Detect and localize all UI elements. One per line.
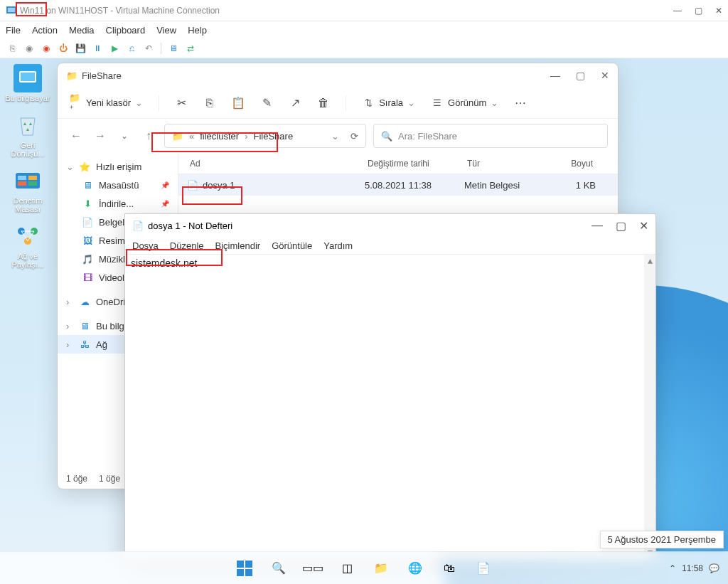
breadcrumb-segment[interactable]: filecluster — [200, 131, 239, 142]
notepad-menu-file[interactable]: Dosya — [132, 240, 159, 251]
new-folder-button[interactable]: 📁⁺ Yeni klasör ⌄ — [69, 97, 143, 110]
delete-icon[interactable]: 🗑 — [317, 97, 330, 110]
vm-revert-icon[interactable]: ↶ — [142, 42, 155, 55]
vm-maximize-button[interactable]: ▢ — [695, 6, 702, 16]
desktop-icon-this-pc[interactable]: Bu bilgisayar — [4, 64, 51, 102]
sort-button[interactable]: ⇅ Sırala ⌄ — [362, 97, 415, 110]
vm-shutdown-icon[interactable]: ⏻ — [57, 42, 70, 55]
vm-close-button[interactable]: ✕ — [715, 6, 722, 16]
vm-menu-view[interactable]: View — [156, 25, 176, 36]
share-icon[interactable]: ↗ — [289, 97, 301, 110]
scroll-up-icon[interactable]: ▴ — [644, 255, 655, 266]
explorer-address-row: ← → ⌄ ↑ 📁 « filecluster › FileShare ⌄ ⟳ … — [58, 119, 618, 153]
vm-menu-clipboard[interactable]: Clipboard — [106, 25, 146, 36]
taskbar-clock[interactable]: 11:58 — [682, 563, 703, 573]
explorer-titlebar[interactable]: 📁 FileShare — ▢ ✕ — [58, 63, 618, 87]
desktop-icon-control-panel[interactable]: Denetim Masası — [4, 166, 51, 213]
vm-menu-help[interactable]: Help — [188, 25, 207, 36]
chevron-down-icon: ⌄ — [135, 97, 143, 108]
col-type[interactable]: Tür — [464, 159, 546, 169]
svg-rect-7 — [18, 181, 26, 186]
taskbar-explorer-icon[interactable]: 📁 — [367, 556, 395, 581]
sidebar-item-quick-access[interactable]: ⌄⭐Hızlı erişim — [58, 157, 178, 176]
vm-menu-file[interactable]: File — [6, 25, 21, 36]
start-button[interactable] — [230, 556, 259, 581]
refresh-icon[interactable]: ⟳ — [350, 131, 358, 142]
notepad-menu-edit[interactable]: Düzenle — [170, 240, 204, 251]
vm-reset-icon[interactable]: ▶ — [108, 42, 121, 55]
vm-enhanced-icon[interactable]: 🖥 — [167, 42, 180, 55]
explorer-close-button[interactable]: ✕ — [601, 70, 609, 81]
nav-forward-button[interactable]: → — [92, 127, 109, 144]
taskbar-taskview-icon[interactable]: ▭▭ — [299, 556, 327, 581]
sidebar-item-desktop[interactable]: 🖥Masaüstü📌 — [58, 176, 178, 194]
notepad-scrollbar[interactable]: ▴ ▾ — [644, 255, 655, 558]
vm-menu-action[interactable]: Action — [32, 25, 58, 36]
chevron-down-icon: ⌄ — [407, 97, 415, 108]
address-bar[interactable]: 📁 « filecluster › FileShare ⌄ ⟳ — [164, 124, 366, 148]
sidebar-item-downloads[interactable]: ⬇İndirile...📌 — [58, 194, 178, 213]
vm-window-title: Win11 on WIN11HOST - Virtual Machine Con… — [20, 6, 673, 16]
taskbar-store-icon[interactable]: 🛍 — [435, 556, 464, 581]
notepad-maximize-button[interactable]: ▢ — [616, 219, 626, 233]
vm-minimize-button[interactable]: — — [673, 6, 682, 16]
vm-save-icon[interactable]: 💾 — [74, 42, 87, 55]
vm-turnoff-icon[interactable]: ◉ — [40, 42, 53, 55]
more-icon[interactable]: ⋯ — [514, 97, 527, 110]
view-button[interactable]: ☰ Görünüm ⌄ — [431, 97, 498, 110]
tray-chevron-icon[interactable]: ⌃ — [669, 563, 676, 573]
vm-start-icon[interactable]: ◉ — [23, 42, 36, 55]
notification-icon[interactable]: 💬 — [709, 563, 719, 573]
svg-rect-15 — [237, 561, 244, 568]
taskbar-search-icon[interactable]: 🔍 — [264, 556, 293, 581]
vm-checkpoint-icon[interactable]: ⎌ — [125, 42, 138, 55]
status-item-count: 1 öğe — [66, 474, 87, 484]
search-placeholder: Ara: FileShare — [398, 131, 457, 142]
explorer-minimize-button[interactable]: — — [550, 70, 560, 81]
explorer-maximize-button[interactable]: ▢ — [576, 70, 585, 81]
svg-rect-17 — [237, 569, 244, 576]
col-size[interactable]: Boyut — [546, 159, 596, 169]
desktop-icon-recycle-bin[interactable]: Geri Dönüşü... — [4, 111, 51, 158]
paste-icon[interactable]: 📋 — [232, 97, 245, 110]
file-modified: 5.08.2021 11:38 — [365, 180, 464, 191]
notepad-menu-help[interactable]: Yardım — [323, 240, 353, 251]
guest-desktop: Bu bilgisayar Geri Dönüşü... Denetim Mas… — [0, 58, 728, 584]
svg-rect-3 — [21, 73, 35, 81]
notepad-titlebar[interactable]: 📄 dosya 1 - Not Defteri — ▢ ✕ — [125, 214, 655, 237]
vm-share-icon[interactable]: ⇄ — [184, 42, 197, 55]
col-modified[interactable]: Değiştirme tarihi — [365, 159, 464, 169]
notepad-menu-format[interactable]: Biçimlendir — [215, 240, 261, 251]
vm-menu-media[interactable]: Media — [69, 25, 94, 36]
taskbar-edge-icon[interactable]: 🌐 — [401, 556, 429, 581]
notepad-close-button[interactable]: ✕ — [639, 219, 648, 233]
vm-ctrlaltdel-icon[interactable]: ⎘ — [6, 42, 18, 55]
search-box[interactable]: 🔍 Ara: FileShare — [373, 124, 608, 148]
desktop-icon-network-sharing[interactable]: Ağ ve Paylaşı... — [4, 222, 51, 269]
notepad-menu-view[interactable]: Görüntüle — [272, 240, 312, 251]
taskbar-notepad-icon[interactable]: 📄 — [469, 556, 498, 581]
breadcrumb-segment[interactable]: FileShare — [254, 131, 294, 142]
taskbar-right: ⌃ 11:58 💬 — [669, 563, 719, 573]
file-size: 1 KB — [546, 180, 596, 191]
cut-icon[interactable]: ✂ — [175, 97, 188, 110]
copy-icon[interactable]: ⎘ — [203, 97, 216, 110]
nav-recent-button[interactable]: ⌄ — [116, 127, 133, 144]
rename-icon[interactable]: ✎ — [260, 97, 273, 110]
notepad-text-area[interactable]: sistemdesk.net ▴ ▾ — [125, 254, 655, 558]
svg-rect-4 — [16, 173, 40, 189]
taskbar-center: 🔍 ▭▭ ◫ 📁 🌐 🛍 📄 — [230, 556, 498, 581]
chevron-down-icon[interactable]: ⌄ — [331, 131, 339, 142]
file-row[interactable]: 📄 dosya 1 5.08.2021 11:38 Metin Belgesi … — [178, 174, 618, 196]
chevron-right-icon: › — [245, 131, 247, 142]
vm-pause-icon[interactable]: ⏸ — [91, 42, 104, 55]
chevron-down-icon: ⌄ — [491, 97, 498, 108]
notepad-minimize-button[interactable]: — — [592, 219, 603, 233]
file-name: dosya 1 — [203, 180, 235, 191]
folder-icon: 📁 — [66, 70, 77, 81]
nav-back-button[interactable]: ← — [68, 127, 85, 144]
nav-up-button[interactable]: ↑ — [140, 127, 157, 144]
taskbar-widgets-icon[interactable]: ◫ — [333, 556, 361, 581]
col-name[interactable]: Ad — [187, 159, 365, 169]
column-headers: Ad Değiştirme tarihi Tür Boyut — [178, 153, 618, 174]
